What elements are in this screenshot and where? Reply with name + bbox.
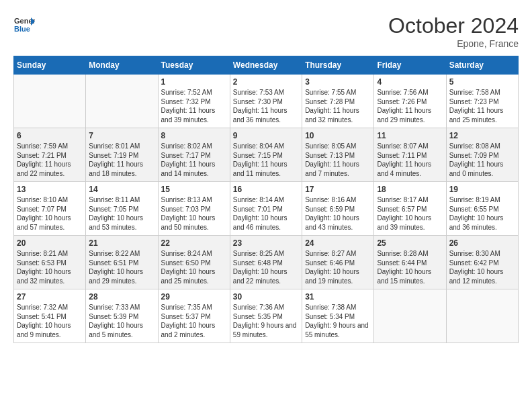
header-day-monday: Monday: [86, 56, 158, 75]
day-number: 28: [89, 292, 154, 302]
logo-bird-icon: General Blue: [13, 13, 35, 35]
day-number: 25: [377, 238, 443, 248]
day-number: 14: [89, 185, 154, 194]
cell-info: Sunrise: 8:19 AMSunset: 6:55 PMDaylight:…: [449, 196, 504, 231]
cell-info: Sunrise: 8:04 AMSunset: 7:15 PMDaylight:…: [233, 142, 287, 177]
cell-info: Sunrise: 8:01 AMSunset: 7:19 PMDaylight:…: [89, 142, 143, 177]
calendar-cell: 1 Sunrise: 7:52 AMSunset: 7:32 PMDayligh…: [158, 75, 230, 128]
calendar-table: SundayMondayTuesdayWednesdayThursdayFrid…: [13, 56, 519, 343]
day-number: 13: [17, 185, 83, 194]
calendar-cell: [86, 75, 158, 128]
cell-info: Sunrise: 7:59 AMSunset: 7:21 PMDaylight:…: [17, 142, 71, 177]
cell-info: Sunrise: 7:52 AMSunset: 7:32 PMDaylight:…: [161, 89, 216, 124]
calendar-cell: 27 Sunrise: 7:32 AMSunset: 5:41 PMDaylig…: [14, 289, 86, 343]
cell-info: Sunrise: 8:24 AMSunset: 6:50 PMDaylight:…: [161, 250, 216, 285]
calendar-cell: 21 Sunrise: 8:22 AMSunset: 6:51 PMDaylig…: [86, 236, 158, 289]
calendar-cell: 18 Sunrise: 8:17 AMSunset: 6:57 PMDaylig…: [374, 182, 446, 236]
week-row-4: 20 Sunrise: 8:21 AMSunset: 6:53 PMDaylig…: [14, 236, 519, 289]
cell-info: Sunrise: 7:38 AMSunset: 5:34 PMDaylight:…: [305, 304, 369, 338]
cell-info: Sunrise: 7:35 AMSunset: 5:37 PMDaylight:…: [161, 304, 216, 338]
day-number: 11: [377, 131, 443, 140]
calendar-cell: 25 Sunrise: 8:28 AMSunset: 6:44 PMDaylig…: [374, 236, 446, 289]
cell-info: Sunrise: 8:14 AMSunset: 7:01 PMDaylight:…: [233, 196, 287, 231]
cell-info: Sunrise: 7:55 AMSunset: 7:28 PMDaylight:…: [305, 89, 359, 124]
day-number: 26: [449, 238, 515, 248]
cell-info: Sunrise: 8:21 AMSunset: 6:53 PMDaylight:…: [17, 250, 71, 285]
cell-info: Sunrise: 8:30 AMSunset: 6:42 PMDaylight:…: [449, 250, 504, 285]
calendar-cell: 31 Sunrise: 7:38 AMSunset: 5:34 PMDaylig…: [302, 289, 374, 343]
day-number: 2: [233, 77, 299, 87]
calendar-cell: 11 Sunrise: 8:07 AMSunset: 7:11 PMDaylig…: [374, 128, 446, 182]
calendar-cell: 12 Sunrise: 8:08 AMSunset: 7:09 PMDaylig…: [446, 128, 518, 182]
calendar-cell: 5 Sunrise: 7:58 AMSunset: 7:23 PMDayligh…: [446, 75, 518, 128]
day-number: 16: [233, 185, 299, 194]
calendar-cell: 13 Sunrise: 8:10 AMSunset: 7:07 PMDaylig…: [14, 182, 86, 236]
day-number: 18: [377, 185, 443, 194]
calendar-cell: 10 Sunrise: 8:05 AMSunset: 7:13 PMDaylig…: [302, 128, 374, 182]
calendar-cell: 3 Sunrise: 7:55 AMSunset: 7:28 PMDayligh…: [302, 75, 374, 128]
cell-info: Sunrise: 8:10 AMSunset: 7:07 PMDaylight:…: [17, 196, 71, 231]
calendar-cell: 28 Sunrise: 7:33 AMSunset: 5:39 PMDaylig…: [86, 289, 158, 343]
cell-info: Sunrise: 7:53 AMSunset: 7:30 PMDaylight:…: [233, 89, 287, 124]
calendar-cell: 8 Sunrise: 8:02 AMSunset: 7:17 PMDayligh…: [158, 128, 230, 182]
calendar-cell: 19 Sunrise: 8:19 AMSunset: 6:55 PMDaylig…: [446, 182, 518, 236]
day-number: 24: [305, 238, 371, 248]
title-block: October 2024 Epone, France: [388, 13, 519, 49]
week-row-3: 13 Sunrise: 8:10 AMSunset: 7:07 PMDaylig…: [14, 182, 519, 236]
day-number: 19: [449, 185, 515, 194]
cell-info: Sunrise: 8:27 AMSunset: 6:46 PMDaylight:…: [305, 250, 359, 285]
calendar-cell: 22 Sunrise: 8:24 AMSunset: 6:50 PMDaylig…: [158, 236, 230, 289]
cell-info: Sunrise: 8:13 AMSunset: 7:03 PMDaylight:…: [161, 196, 216, 231]
calendar-cell: 16 Sunrise: 8:14 AMSunset: 7:01 PMDaylig…: [230, 182, 302, 236]
header-day-thursday: Thursday: [302, 56, 374, 75]
month-title: October 2024: [388, 13, 519, 38]
calendar-cell: [374, 289, 446, 343]
day-number: 3: [305, 77, 371, 87]
cell-info: Sunrise: 8:16 AMSunset: 6:59 PMDaylight:…: [305, 196, 359, 231]
week-row-5: 27 Sunrise: 7:32 AMSunset: 5:41 PMDaylig…: [14, 289, 519, 343]
calendar-cell: 26 Sunrise: 8:30 AMSunset: 6:42 PMDaylig…: [446, 236, 518, 289]
calendar-cell: 30 Sunrise: 7:36 AMSunset: 5:35 PMDaylig…: [230, 289, 302, 343]
cell-info: Sunrise: 7:33 AMSunset: 5:39 PMDaylight:…: [89, 304, 143, 338]
calendar-cell: 29 Sunrise: 7:35 AMSunset: 5:37 PMDaylig…: [158, 289, 230, 343]
cell-info: Sunrise: 8:11 AMSunset: 7:05 PMDaylight:…: [89, 196, 143, 231]
calendar-cell: 9 Sunrise: 8:04 AMSunset: 7:15 PMDayligh…: [230, 128, 302, 182]
cell-info: Sunrise: 7:58 AMSunset: 7:23 PMDaylight:…: [449, 89, 504, 124]
day-number: 31: [305, 292, 371, 302]
cell-info: Sunrise: 7:56 AMSunset: 7:26 PMDaylight:…: [377, 89, 431, 124]
calendar-cell: 6 Sunrise: 7:59 AMSunset: 7:21 PMDayligh…: [14, 128, 86, 182]
header-day-wednesday: Wednesday: [230, 56, 302, 75]
svg-text:Blue: Blue: [14, 25, 30, 33]
location-subtitle: Epone, France: [388, 38, 519, 49]
week-row-2: 6 Sunrise: 7:59 AMSunset: 7:21 PMDayligh…: [14, 128, 519, 182]
header-day-sunday: Sunday: [14, 56, 86, 75]
header-day-tuesday: Tuesday: [158, 56, 230, 75]
day-number: 23: [233, 238, 299, 248]
page-header: General Blue October 2024 Epone, France: [13, 13, 519, 49]
calendar-cell: 15 Sunrise: 8:13 AMSunset: 7:03 PMDaylig…: [158, 182, 230, 236]
day-number: 17: [305, 185, 371, 194]
day-number: 8: [161, 131, 227, 140]
cell-info: Sunrise: 8:17 AMSunset: 6:57 PMDaylight:…: [377, 196, 431, 231]
cell-info: Sunrise: 8:02 AMSunset: 7:17 PMDaylight:…: [161, 142, 216, 177]
day-number: 5: [449, 77, 515, 87]
calendar-cell: 2 Sunrise: 7:53 AMSunset: 7:30 PMDayligh…: [230, 75, 302, 128]
calendar-cell: [446, 289, 518, 343]
day-number: 12: [449, 131, 515, 140]
day-number: 30: [233, 292, 299, 302]
cell-info: Sunrise: 7:32 AMSunset: 5:41 PMDaylight:…: [17, 304, 71, 338]
calendar-cell: 24 Sunrise: 8:27 AMSunset: 6:46 PMDaylig…: [302, 236, 374, 289]
day-number: 1: [161, 77, 227, 87]
cell-info: Sunrise: 8:28 AMSunset: 6:44 PMDaylight:…: [377, 250, 431, 285]
day-number: 6: [17, 131, 83, 140]
day-number: 29: [161, 292, 227, 302]
header-day-saturday: Saturday: [446, 56, 518, 75]
calendar-cell: 23 Sunrise: 8:25 AMSunset: 6:48 PMDaylig…: [230, 236, 302, 289]
day-number: 9: [233, 131, 299, 140]
header-day-friday: Friday: [374, 56, 446, 75]
day-number: 10: [305, 131, 371, 140]
day-number: 7: [89, 131, 154, 140]
day-number: 20: [17, 238, 83, 248]
day-number: 22: [161, 238, 227, 248]
calendar-cell: 14 Sunrise: 8:11 AMSunset: 7:05 PMDaylig…: [86, 182, 158, 236]
